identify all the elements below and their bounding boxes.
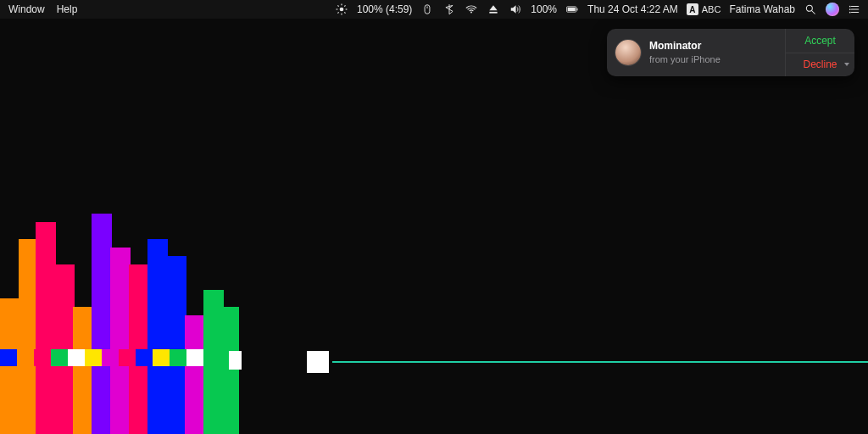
svg-point-21: [849, 6, 851, 8]
volume-icon[interactable]: [509, 3, 522, 16]
svg-rect-12: [490, 12, 498, 14]
svg-point-0: [340, 8, 344, 12]
svg-line-7: [337, 12, 338, 13]
battery-percent: 100%: [531, 3, 557, 15]
svg-point-22: [849, 8, 851, 10]
input-source-label: ABC: [702, 4, 721, 14]
svg-point-16: [806, 5, 812, 11]
svg-point-11: [470, 12, 472, 14]
visualizer-bars: [0, 180, 254, 434]
color-strip-1: [0, 349, 220, 366]
spotlight-icon[interactable]: [804, 3, 817, 16]
menubar: Window Help 100% (4:59) 100% Thu 24 Oct …: [0, 0, 868, 19]
menu-help[interactable]: Help: [57, 3, 78, 15]
visualizer-stage: [0, 19, 868, 434]
menubar-datetime[interactable]: Thu 24 Oct 4:22 AM: [587, 3, 678, 15]
menu-window[interactable]: Window: [8, 3, 45, 15]
brightness-icon[interactable]: [335, 3, 348, 16]
menubar-user-name[interactable]: Fatima Wahab: [729, 3, 795, 15]
notification-center-icon[interactable]: [848, 3, 861, 16]
svg-line-17: [812, 11, 815, 14]
eject-icon[interactable]: [487, 3, 500, 16]
svg-rect-15: [576, 8, 577, 10]
siri-icon[interactable]: [826, 3, 839, 16]
input-source-indicator[interactable]: A ABC: [687, 3, 721, 15]
playhead-line: [332, 361, 868, 363]
playhead-handle[interactable]: [307, 351, 329, 373]
visualizer-marker: [229, 351, 242, 370]
mouse-icon[interactable]: [420, 3, 434, 16]
wifi-icon[interactable]: [465, 3, 478, 16]
svg-line-6: [344, 12, 345, 13]
svg-rect-9: [425, 5, 430, 14]
input-source-letter: A: [687, 3, 698, 15]
bluetooth-icon[interactable]: [442, 3, 456, 16]
menubar-right: 100% (4:59) 100% Thu 24 Oct 4:22 AM A AB…: [335, 3, 863, 16]
menubar-left: Window Help: [5, 3, 77, 15]
svg-line-8: [344, 5, 345, 6]
svg-rect-14: [568, 8, 576, 11]
brightness-percent: 100% (4:59): [357, 3, 412, 15]
battery-icon[interactable]: [565, 3, 579, 16]
svg-point-23: [849, 12, 851, 14]
svg-line-5: [337, 5, 338, 6]
